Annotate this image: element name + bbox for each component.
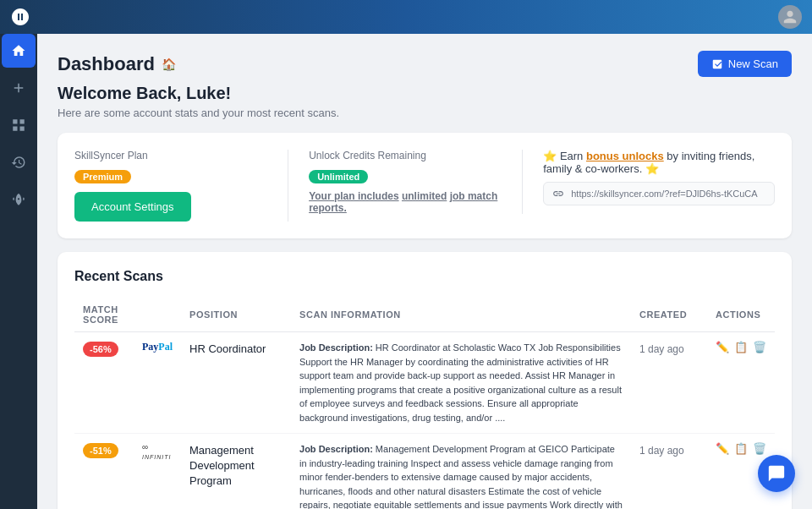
credits-label: Unlock Credits Remaining bbox=[309, 150, 502, 161]
delete-icon[interactable]: 🗑️ bbox=[753, 341, 766, 353]
plan-label: SkillSyncer Plan bbox=[74, 150, 267, 161]
recent-scans-title: Recent Scans bbox=[74, 269, 775, 284]
created-cell: 1 day ago bbox=[631, 332, 707, 434]
scans-table: MatchScore Position Scan Information Cre… bbox=[74, 298, 775, 509]
table-row: -56% PayPal HR Coordinator Job Descripti… bbox=[74, 332, 775, 434]
home-breadcrumb-icon[interactable]: 🏠 bbox=[162, 57, 176, 71]
created-text: 1 day ago bbox=[639, 445, 684, 457]
position-cell: Management Development Program bbox=[181, 434, 291, 510]
referral-row: https://skillsyncer.com/?ref=DJlD6hs-tKC… bbox=[543, 182, 775, 205]
col-header-created: Created bbox=[631, 298, 707, 332]
credits-section: Unlock Credits Remaining Unlimited Your … bbox=[288, 150, 523, 214]
stats-card: SkillSyncer Plan Premium Account Setting… bbox=[58, 133, 792, 238]
sidebar-item-grid[interactable] bbox=[2, 108, 36, 142]
page-title-row: Dashboard 🏠 bbox=[58, 53, 176, 75]
plan-note: Your plan includes unlimited job match r… bbox=[309, 190, 502, 214]
sidebar-item-rocket[interactable] bbox=[2, 183, 36, 216]
company-logo-infiniti: ∞INFINITI bbox=[142, 442, 173, 461]
col-header-logo bbox=[134, 298, 181, 332]
welcome-subtext: Here are some account stats and your mos… bbox=[58, 107, 792, 119]
col-header-info: Scan Information bbox=[291, 298, 631, 332]
score-cell: -56% bbox=[74, 332, 134, 434]
col-header-score: MatchScore bbox=[74, 298, 134, 332]
bonus-title: ⭐ Earn bonus unlocks by inviting friends… bbox=[543, 150, 775, 175]
chat-fab-button[interactable] bbox=[758, 455, 795, 492]
new-scan-icon bbox=[711, 58, 723, 70]
plan-section: SkillSyncer Plan Premium Account Setting… bbox=[74, 150, 288, 222]
plan-row: Premium bbox=[74, 170, 267, 183]
created-text: 1 day ago bbox=[639, 343, 684, 355]
logo-cell: ∞INFINITI bbox=[134, 434, 181, 510]
copy-icon[interactable]: 📋 bbox=[734, 442, 748, 455]
edit-icon[interactable]: ✏️ bbox=[716, 341, 729, 353]
col-header-actions: Actions bbox=[707, 298, 775, 332]
table-header-row: MatchScore Position Scan Information Cre… bbox=[74, 298, 775, 332]
position-name: HR Coordinator bbox=[189, 342, 266, 355]
created-cell: 1 day ago bbox=[631, 434, 707, 510]
action-icons: ✏️ 📋 🗑️ bbox=[716, 442, 766, 455]
position-name: Management Development Program bbox=[189, 444, 255, 487]
new-scan-button[interactable]: New Scan bbox=[698, 51, 792, 77]
bonus-section: ⭐ Earn bonus unlocks by inviting friends… bbox=[523, 150, 775, 205]
premium-badge: Premium bbox=[74, 170, 131, 183]
logo-cell: PayPal bbox=[134, 332, 181, 434]
col-header-position: Position bbox=[181, 298, 291, 332]
link-icon bbox=[552, 188, 564, 200]
copy-icon[interactable]: 📋 bbox=[734, 341, 748, 353]
sidebar bbox=[0, 0, 37, 509]
scan-info-cell: Job Description: Management Development … bbox=[291, 434, 631, 510]
sidebar-item-home[interactable] bbox=[2, 34, 36, 68]
user-avatar[interactable] bbox=[778, 5, 802, 29]
account-settings-button[interactable]: Account Settings bbox=[74, 192, 191, 222]
welcome-heading: Welcome Back, Luke! bbox=[58, 84, 792, 103]
edit-icon[interactable]: ✏️ bbox=[716, 442, 729, 455]
position-cell: HR Coordinator bbox=[181, 332, 291, 434]
scan-description: Job Description: HR Coordinator at Schol… bbox=[299, 341, 623, 424]
topbar-logo bbox=[10, 7, 30, 27]
company-logo-paypal: PayPal bbox=[142, 341, 173, 353]
page-header: Dashboard 🏠 New Scan bbox=[58, 51, 792, 77]
credits-row: Unlimited bbox=[309, 170, 502, 183]
delete-icon[interactable]: 🗑️ bbox=[753, 442, 766, 455]
topbar bbox=[0, 0, 812, 34]
chat-icon bbox=[767, 464, 786, 483]
score-badge: -56% bbox=[83, 342, 118, 357]
scan-description: Job Description: Management Development … bbox=[299, 442, 623, 509]
page-title: Dashboard bbox=[58, 53, 155, 75]
action-icons: ✏️ 📋 🗑️ bbox=[716, 341, 766, 353]
main-content: Dashboard 🏠 New Scan Welcome Back, Luke!… bbox=[37, 0, 812, 509]
brand-logo-icon bbox=[10, 7, 30, 27]
sidebar-item-history[interactable] bbox=[2, 145, 36, 179]
scans-card: Recent Scans MatchScore Position Scan In… bbox=[58, 252, 792, 509]
referral-link-text: https://skillsyncer.com/?ref=DJlD6hs-tKC… bbox=[571, 189, 765, 199]
sidebar-item-add[interactable] bbox=[2, 71, 36, 105]
actions-cell: ✏️ 📋 🗑️ bbox=[707, 332, 775, 434]
unlimited-badge: Unlimited bbox=[309, 170, 368, 183]
score-cell: -51% bbox=[74, 434, 134, 510]
table-row: -51% ∞INFINITI Management Development Pr… bbox=[74, 434, 775, 510]
scan-info-cell: Job Description: HR Coordinator at Schol… bbox=[291, 332, 631, 434]
score-badge: -51% bbox=[83, 443, 118, 458]
